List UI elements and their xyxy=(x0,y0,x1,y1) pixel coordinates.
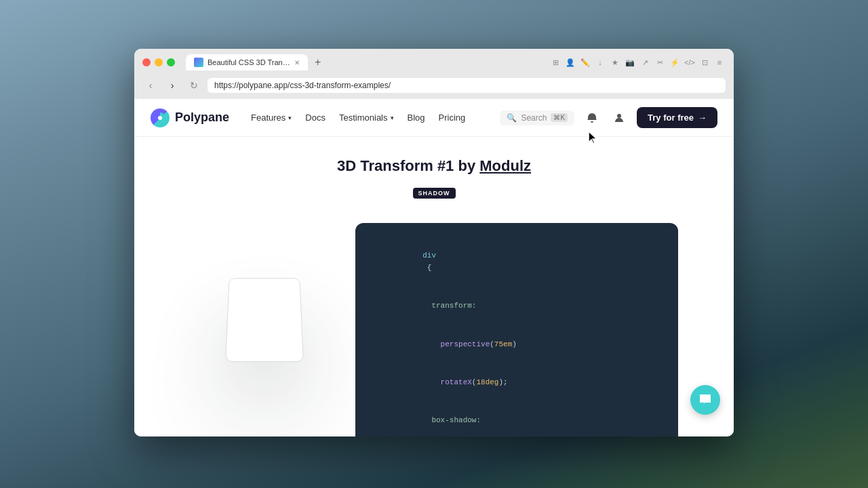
new-tab-button[interactable]: + xyxy=(311,55,325,70)
download-icon[interactable]: ↓ xyxy=(594,56,606,68)
maximize-window-button[interactable] xyxy=(167,58,175,66)
svg-point-5 xyxy=(707,398,709,400)
edit-icon[interactable]: ✏️ xyxy=(579,56,591,68)
search-icon: 🔍 xyxy=(507,113,517,123)
website-content: Polypane Features ▾ Docs Testimonials ▾ … xyxy=(134,99,734,436)
svg-point-3 xyxy=(702,398,704,400)
search-label: Search xyxy=(521,113,547,123)
search-shortcut: ⌘K xyxy=(551,113,568,122)
crop-icon[interactable]: ✂ xyxy=(654,56,666,68)
camera-icon[interactable]: 📷 xyxy=(624,56,636,68)
url-text: https://polypane.app/css-3d-transform-ex… xyxy=(214,81,391,90)
dev-icon[interactable]: </> xyxy=(684,56,696,68)
nav-testimonials[interactable]: Testimonials ▾ xyxy=(339,113,394,123)
browser-window: Beautiful CSS 3D Trans... ✕ + ⊞ 👤 ✏️ ↓ ★… xyxy=(134,49,734,436)
profile-icon[interactable]: 👤 xyxy=(564,56,576,68)
preview-area xyxy=(190,223,339,413)
back-button[interactable]: ‹ xyxy=(142,77,159,94)
code-line-3: perspective(75em) xyxy=(369,325,665,363)
traffic-lights xyxy=(142,58,175,66)
code-block: div { transform: perspective(75em) rotat… xyxy=(355,223,678,436)
3d-box-preview xyxy=(225,278,304,362)
page-title: 3D Transform #1 by Modulz xyxy=(190,157,678,175)
nav-blog[interactable]: Blog xyxy=(408,113,425,123)
browser-tab-active[interactable]: Beautiful CSS 3D Trans... ✕ xyxy=(186,54,308,70)
logo-link[interactable]: Polypane xyxy=(151,108,229,127)
code-line-1: div { xyxy=(369,237,665,287)
nav-actions: 🔍 Search ⌘K Try for free xyxy=(500,107,717,128)
address-bar[interactable]: https://polypane.app/css-3d-transform-ex… xyxy=(208,78,726,93)
grid-icon[interactable]: ⊡ xyxy=(698,56,711,68)
logo-icon xyxy=(151,108,170,127)
extension-icon[interactable]: ⚡ xyxy=(669,56,681,68)
page-content: 3D Transform #1 by Modulz SHADOW div { xyxy=(163,137,705,436)
close-window-button[interactable] xyxy=(142,58,151,66)
browser-chrome: Beautiful CSS 3D Trans... ✕ + ⊞ 👤 ✏️ ↓ ★… xyxy=(134,49,734,99)
site-nav: Polypane Features ▾ Docs Testimonials ▾ … xyxy=(134,99,734,137)
nav-links: Features ▾ Docs Testimonials ▾ Blog Pric… xyxy=(251,113,500,123)
search-box[interactable]: 🔍 Search ⌘K xyxy=(500,110,574,125)
browser-toolbar: ‹ › ↻ https://polypane.app/css-3d-transf… xyxy=(134,75,734,99)
browser-tabs: Beautiful CSS 3D Trans... ✕ + xyxy=(186,54,325,70)
shadow-badge: SHADOW xyxy=(413,188,456,199)
tab-title: Beautiful CSS 3D Trans... xyxy=(208,58,290,66)
chevron-down-icon: ▾ xyxy=(288,115,292,121)
nav-pricing[interactable]: Pricing xyxy=(439,113,466,123)
user-account-button[interactable] xyxy=(610,108,629,127)
share-icon[interactable]: ↗ xyxy=(639,56,651,68)
code-line-2: transform: xyxy=(369,287,665,325)
tab-favicon xyxy=(194,58,203,67)
browser-toolbar-right-icons: ⊞ 👤 ✏️ ↓ ★ 📷 ↗ ✂ ⚡ </> ⊡ ≡ xyxy=(549,56,726,68)
sidebar-icon[interactable]: ⊞ xyxy=(549,56,561,68)
browser-titlebar: Beautiful CSS 3D Trans... ✕ + ⊞ 👤 ✏️ ↓ ★… xyxy=(134,49,734,75)
svg-point-4 xyxy=(705,398,707,400)
logo-text: Polypane xyxy=(175,110,229,125)
minimize-window-button[interactable] xyxy=(155,58,163,66)
reload-button[interactable]: ↻ xyxy=(186,77,202,94)
more-icon[interactable]: ≡ xyxy=(713,56,726,68)
svg-point-1 xyxy=(158,116,162,120)
tab-close-button[interactable]: ✕ xyxy=(294,59,300,66)
arrow-right-icon: → xyxy=(698,113,707,123)
bookmark-icon[interactable]: ★ xyxy=(609,56,621,68)
code-line-4: rotateX(18deg); xyxy=(369,363,665,401)
code-line-5: box-shadow: xyxy=(369,401,665,436)
chevron-down-icon-2: ▾ xyxy=(391,115,394,121)
try-free-button[interactable]: Try for free → xyxy=(637,107,717,128)
author-link[interactable]: Modulz xyxy=(479,157,531,174)
nav-features[interactable]: Features ▾ xyxy=(251,113,292,123)
forward-button[interactable]: › xyxy=(164,77,180,94)
nav-docs[interactable]: Docs xyxy=(305,113,326,123)
svg-point-2 xyxy=(617,114,621,118)
notification-bell-button[interactable] xyxy=(583,108,601,127)
demo-section: div { transform: perspective(75em) rotat… xyxy=(190,223,678,436)
badge-wrapper: SHADOW xyxy=(190,186,678,212)
chat-support-button[interactable] xyxy=(690,385,720,415)
